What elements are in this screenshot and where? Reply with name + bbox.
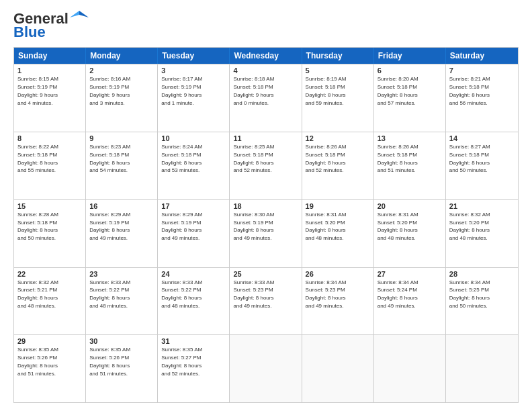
calendar-week-2: 15Sunrise: 8:28 AM Sunset: 5:18 PM Dayli… — [14, 199, 518, 267]
day-data: Sunrise: 8:35 AM Sunset: 5:27 PM Dayligh… — [161, 347, 202, 376]
calendar-cell-23: 23Sunrise: 8:33 AM Sunset: 5:22 PM Dayli… — [86, 268, 158, 335]
day-number: 30 — [89, 337, 154, 345]
cal-header-friday: Friday — [374, 48, 446, 64]
day-data: Sunrise: 8:27 AM Sunset: 5:18 PM Dayligh… — [449, 144, 490, 173]
day-data: Sunrise: 8:33 AM Sunset: 5:23 PM Dayligh… — [233, 279, 274, 309]
day-number: 20 — [378, 202, 442, 210]
calendar-cell-29: 29Sunrise: 8:35 AM Sunset: 5:26 PM Dayli… — [14, 335, 86, 402]
day-data: Sunrise: 8:29 AM Sunset: 5:19 PM Dayligh… — [89, 212, 130, 241]
calendar-cell-empty-4-4 — [302, 335, 374, 402]
calendar-cell-empty-4-5 — [374, 335, 446, 402]
day-number: 27 — [378, 270, 442, 278]
calendar-cell-13: 13Sunrise: 8:26 AM Sunset: 5:18 PM Dayli… — [374, 132, 446, 199]
day-data: Sunrise: 8:24 AM Sunset: 5:18 PM Dayligh… — [161, 144, 202, 173]
day-number: 24 — [161, 270, 226, 278]
day-data: Sunrise: 8:31 AM Sunset: 5:20 PM Dayligh… — [306, 212, 347, 241]
svg-marker-0 — [79, 11, 89, 17]
day-number: 19 — [306, 202, 370, 210]
day-number: 18 — [233, 202, 298, 210]
calendar-cell-26: 26Sunrise: 8:34 AM Sunset: 5:23 PM Dayli… — [302, 268, 374, 335]
day-number: 22 — [17, 270, 82, 278]
day-data: Sunrise: 8:32 AM Sunset: 5:20 PM Dayligh… — [449, 212, 490, 241]
calendar-cell-25: 25Sunrise: 8:33 AM Sunset: 5:23 PM Dayli… — [230, 268, 302, 335]
day-number: 13 — [378, 134, 442, 142]
calendar-cell-9: 9Sunrise: 8:23 AM Sunset: 5:18 PM Daylig… — [86, 132, 158, 199]
day-data: Sunrise: 8:25 AM Sunset: 5:18 PM Dayligh… — [233, 144, 274, 173]
calendar-cell-4: 4Sunrise: 8:18 AM Sunset: 5:18 PM Daylig… — [230, 64, 302, 132]
calendar-week-4: 29Sunrise: 8:35 AM Sunset: 5:26 PM Dayli… — [14, 334, 518, 402]
day-data: Sunrise: 8:29 AM Sunset: 5:19 PM Dayligh… — [161, 212, 202, 241]
calendar-cell-5: 5Sunrise: 8:19 AM Sunset: 5:18 PM Daylig… — [302, 64, 374, 132]
calendar-cell-27: 27Sunrise: 8:34 AM Sunset: 5:24 PM Dayli… — [374, 268, 446, 335]
logo: General Blue — [13, 11, 89, 40]
calendar-cell-8: 8Sunrise: 8:22 AM Sunset: 5:18 PM Daylig… — [14, 132, 86, 199]
calendar-cell-10: 10Sunrise: 8:24 AM Sunset: 5:18 PM Dayli… — [158, 132, 230, 199]
day-number: 1 — [17, 66, 82, 75]
calendar-week-3: 22Sunrise: 8:32 AM Sunset: 5:21 PM Dayli… — [14, 267, 518, 335]
calendar: SundayMondayTuesdayWednesdayThursdayFrid… — [13, 47, 519, 403]
day-number: 10 — [161, 134, 226, 142]
day-number: 14 — [449, 134, 515, 142]
day-data: Sunrise: 8:26 AM Sunset: 5:18 PM Dayligh… — [378, 144, 418, 173]
calendar-cell-20: 20Sunrise: 8:31 AM Sunset: 5:20 PM Dayli… — [374, 200, 446, 267]
day-data: Sunrise: 8:34 AM Sunset: 5:25 PM Dayligh… — [449, 279, 490, 309]
day-data: Sunrise: 8:32 AM Sunset: 5:21 PM Dayligh… — [17, 279, 58, 309]
calendar-cell-31: 31Sunrise: 8:35 AM Sunset: 5:27 PM Dayli… — [158, 335, 230, 402]
calendar-cell-28: 28Sunrise: 8:34 AM Sunset: 5:25 PM Dayli… — [446, 268, 518, 335]
day-data: Sunrise: 8:26 AM Sunset: 5:18 PM Dayligh… — [306, 144, 347, 173]
calendar-week-0: 1Sunrise: 8:15 AM Sunset: 5:19 PM Daylig… — [14, 64, 518, 132]
day-data: Sunrise: 8:35 AM Sunset: 5:26 PM Dayligh… — [89, 347, 130, 376]
day-number: 23 — [89, 270, 154, 278]
calendar-cell-3: 3Sunrise: 8:17 AM Sunset: 5:19 PM Daylig… — [158, 64, 230, 132]
calendar-cell-22: 22Sunrise: 8:32 AM Sunset: 5:21 PM Dayli… — [14, 268, 86, 335]
calendar-cell-30: 30Sunrise: 8:35 AM Sunset: 5:26 PM Dayli… — [86, 335, 158, 402]
day-data: Sunrise: 8:15 AM Sunset: 5:19 PM Dayligh… — [17, 76, 58, 105]
day-data: Sunrise: 8:20 AM Sunset: 5:18 PM Dayligh… — [378, 76, 418, 105]
day-number: 21 — [449, 202, 515, 210]
day-data: Sunrise: 8:33 AM Sunset: 5:22 PM Dayligh… — [161, 279, 202, 309]
calendar-cell-24: 24Sunrise: 8:33 AM Sunset: 5:22 PM Dayli… — [158, 268, 230, 335]
calendar-body: 1Sunrise: 8:15 AM Sunset: 5:19 PM Daylig… — [14, 64, 518, 402]
day-data: Sunrise: 8:33 AM Sunset: 5:22 PM Dayligh… — [89, 279, 130, 309]
day-data: Sunrise: 8:35 AM Sunset: 5:26 PM Dayligh… — [17, 347, 58, 376]
day-number: 4 — [233, 66, 298, 75]
day-number: 7 — [449, 66, 515, 75]
day-data: Sunrise: 8:19 AM Sunset: 5:18 PM Dayligh… — [306, 76, 347, 105]
calendar-cell-12: 12Sunrise: 8:26 AM Sunset: 5:18 PM Dayli… — [302, 132, 374, 199]
calendar-cell-6: 6Sunrise: 8:20 AM Sunset: 5:18 PM Daylig… — [374, 64, 446, 132]
day-number: 8 — [17, 134, 82, 142]
cal-header-saturday: Saturday — [446, 48, 518, 64]
cal-header-monday: Monday — [86, 48, 158, 64]
calendar-cell-14: 14Sunrise: 8:27 AM Sunset: 5:18 PM Dayli… — [446, 132, 518, 199]
day-data: Sunrise: 8:21 AM Sunset: 5:18 PM Dayligh… — [449, 76, 490, 105]
calendar-cell-18: 18Sunrise: 8:30 AM Sunset: 5:19 PM Dayli… — [230, 200, 302, 267]
calendar-cell-empty-4-6 — [446, 335, 518, 402]
page: General Blue SundayMondayTuesdayWednesda… — [0, 0, 532, 411]
calendar-cell-empty-4-3 — [230, 335, 302, 402]
cal-header-thursday: Thursday — [302, 48, 374, 64]
cal-header-wednesday: Wednesday — [230, 48, 302, 64]
day-data: Sunrise: 8:34 AM Sunset: 5:23 PM Dayligh… — [306, 279, 347, 309]
day-number: 15 — [17, 202, 82, 210]
calendar-cell-19: 19Sunrise: 8:31 AM Sunset: 5:20 PM Dayli… — [302, 200, 374, 267]
calendar-header: SundayMondayTuesdayWednesdayThursdayFrid… — [14, 48, 518, 64]
day-number: 26 — [306, 270, 370, 278]
day-number: 11 — [233, 134, 298, 142]
calendar-cell-15: 15Sunrise: 8:28 AM Sunset: 5:18 PM Dayli… — [14, 200, 86, 267]
day-data: Sunrise: 8:16 AM Sunset: 5:19 PM Dayligh… — [89, 76, 130, 105]
cal-header-tuesday: Tuesday — [158, 48, 230, 64]
day-number: 28 — [449, 270, 515, 278]
calendar-cell-2: 2Sunrise: 8:16 AM Sunset: 5:19 PM Daylig… — [86, 64, 158, 132]
svg-marker-1 — [70, 11, 79, 17]
day-number: 9 — [89, 134, 154, 142]
calendar-cell-16: 16Sunrise: 8:29 AM Sunset: 5:19 PM Dayli… — [86, 200, 158, 267]
day-number: 6 — [378, 66, 442, 75]
day-number: 29 — [17, 337, 82, 345]
day-number: 3 — [161, 66, 226, 75]
calendar-cell-11: 11Sunrise: 8:25 AM Sunset: 5:18 PM Dayli… — [230, 132, 302, 199]
day-number: 12 — [306, 134, 370, 142]
day-data: Sunrise: 8:30 AM Sunset: 5:19 PM Dayligh… — [233, 212, 274, 241]
day-data: Sunrise: 8:31 AM Sunset: 5:20 PM Dayligh… — [378, 212, 418, 241]
day-number: 2 — [89, 66, 154, 75]
day-data: Sunrise: 8:34 AM Sunset: 5:24 PM Dayligh… — [378, 279, 418, 309]
